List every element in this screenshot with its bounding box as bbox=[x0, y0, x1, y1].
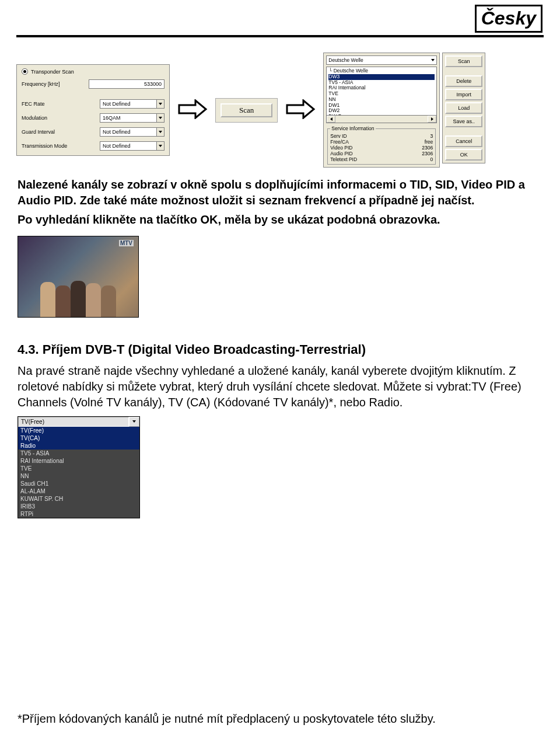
guard-combo[interactable]: Not Defined bbox=[100, 127, 164, 137]
tree-item[interactable]: TVE bbox=[328, 91, 435, 97]
scroll-left-icon[interactable] bbox=[327, 116, 335, 123]
list-item[interactable]: RAI International bbox=[18, 457, 139, 465]
channel-list: TV(Free) TV(Free) TV(CA) Radio TV5 - ASI… bbox=[18, 416, 140, 518]
provider-combo[interactable]: Deutsche Welle bbox=[326, 55, 437, 65]
people-silhouette bbox=[18, 274, 138, 317]
scan-button[interactable]: Scan bbox=[220, 103, 272, 117]
trans-value: Not Defined bbox=[100, 141, 157, 151]
svc-label: Free/CA bbox=[330, 139, 349, 145]
svc-value: free bbox=[425, 139, 433, 145]
channel-type-value: TV(Free) bbox=[18, 417, 129, 427]
load-button[interactable]: Load bbox=[445, 102, 482, 114]
list-item[interactable]: TV(CA) bbox=[18, 434, 139, 442]
chevron-down-icon bbox=[157, 127, 164, 137]
button-column: Scan Delete Import Load Save as.. Cancel… bbox=[442, 53, 485, 163]
divider bbox=[16, 35, 544, 37]
svc-value: 0 bbox=[430, 156, 433, 162]
mod-value: 16QAM bbox=[100, 113, 157, 123]
body-text-2: 4.3. Příjem DVB-T (Digital Video Broadca… bbox=[0, 320, 560, 410]
service-info-box: Service Information Serv ID3 Free/CAfree… bbox=[327, 126, 436, 165]
mtv-logo: MTV bbox=[119, 240, 134, 246]
list-item[interactable]: IRIB3 bbox=[18, 503, 139, 510]
channel-tree[interactable]: └ Deutsche Welle DW3 TV5 - ASIA RAI Inte… bbox=[326, 67, 437, 116]
transponder-panel: Transponder Scan Frequency [kHz] 533000 … bbox=[16, 64, 170, 156]
para3: Na pravé straně najde všechny vyhledané … bbox=[18, 363, 542, 410]
scroll-track[interactable] bbox=[335, 116, 428, 123]
chevron-down-icon bbox=[431, 59, 435, 61]
list-item[interactable]: TVE bbox=[18, 465, 139, 472]
svc-label: Video PID bbox=[330, 145, 352, 151]
section-heading: 4.3. Příjem DVB-T (Digital Video Broadca… bbox=[18, 341, 542, 358]
mod-combo[interactable]: 16QAM bbox=[100, 113, 164, 123]
trans-label: Transmission Mode bbox=[22, 143, 67, 149]
svc-value: 2306 bbox=[422, 145, 433, 151]
transponder-radio[interactable]: Transponder Scan bbox=[22, 68, 164, 75]
ok-label: OK, bbox=[200, 213, 221, 226]
transponder-radio-label: Transponder Scan bbox=[31, 69, 74, 75]
service-info-title: Service Information bbox=[330, 126, 375, 131]
svc-label: Teletext PID bbox=[330, 156, 357, 162]
import-button[interactable]: Import bbox=[445, 89, 482, 100]
list-item[interactable]: TV5 - ASIA bbox=[18, 450, 139, 457]
list-item[interactable]: RTPi bbox=[18, 510, 139, 518]
cancel-button[interactable]: Cancel bbox=[445, 135, 482, 147]
svc-value: 2306 bbox=[422, 151, 433, 156]
para2a: Po vyhledání klikněte na tlačítko bbox=[18, 213, 200, 226]
footnote: *Příjem kódovaných kanálů je nutné mít p… bbox=[18, 712, 542, 726]
para2c: měla by se ukázat podobná obrazovka. bbox=[225, 213, 440, 226]
scroll-right-icon[interactable] bbox=[428, 116, 436, 123]
svc-label: Serv ID bbox=[330, 133, 346, 139]
svc-value: 3 bbox=[430, 133, 433, 139]
guard-label: Guard Interval bbox=[22, 129, 55, 135]
list-item[interactable]: KUWAIT SP. CH bbox=[18, 495, 139, 503]
svc-label: Audio PID bbox=[330, 151, 352, 156]
fec-combo[interactable]: Not Defined bbox=[100, 99, 164, 109]
h-scrollbar[interactable] bbox=[326, 116, 437, 123]
chevron-down-icon bbox=[129, 417, 139, 427]
language-badge: Česky bbox=[475, 5, 542, 33]
list-item[interactable]: Saudi CH1 bbox=[18, 480, 139, 487]
para1: Nalezené kanály se zobrazí v okně spolu … bbox=[18, 178, 525, 207]
channel-tree-panel: Deutsche Welle └ Deutsche Welle DW3 TV5 … bbox=[323, 53, 440, 168]
scan-button-wrap: Scan bbox=[215, 98, 278, 123]
provider-combo-value: Deutsche Welle bbox=[328, 57, 363, 63]
tree-item[interactable]: DW1 bbox=[328, 103, 435, 109]
mod-label: Modulation bbox=[22, 115, 47, 121]
fec-label: FEC Rate bbox=[22, 101, 45, 107]
trans-combo[interactable]: Not Defined bbox=[100, 141, 164, 151]
channel-type-combo[interactable]: TV(Free) bbox=[18, 417, 139, 427]
tree-item[interactable]: └ Deutsche Welle bbox=[328, 68, 435, 74]
list-item[interactable]: AL-ALAM bbox=[18, 487, 139, 495]
freq-input[interactable]: 533000 bbox=[89, 79, 164, 89]
chevron-down-icon bbox=[157, 99, 164, 109]
saveas-button[interactable]: Save as.. bbox=[445, 116, 482, 127]
list-item[interactable]: Radio bbox=[18, 442, 139, 450]
guard-value: Not Defined bbox=[100, 127, 157, 137]
fec-value: Not Defined bbox=[100, 99, 157, 109]
tree-item[interactable]: NN bbox=[328, 97, 435, 103]
delete-button[interactable]: Delete bbox=[445, 75, 482, 87]
chevron-down-icon bbox=[157, 113, 164, 123]
tree-item[interactable]: DW2 bbox=[328, 108, 435, 114]
body-text: Nalezené kanály se zobrazí v okně spolu … bbox=[0, 168, 560, 228]
list-item[interactable]: TV(Free) bbox=[18, 427, 139, 434]
freq-label: Frequency [kHz] bbox=[22, 81, 60, 87]
ok-button[interactable]: OK bbox=[445, 149, 482, 161]
arrow-right-icon bbox=[177, 99, 208, 121]
video-thumbnail: MTV bbox=[18, 236, 139, 318]
arrow-right-icon bbox=[285, 99, 316, 121]
tree-item[interactable]: RAI International bbox=[328, 85, 435, 91]
radio-icon bbox=[22, 68, 28, 75]
chevron-down-icon bbox=[157, 141, 164, 151]
scan-button[interactable]: Scan bbox=[445, 55, 482, 67]
list-item[interactable]: NN bbox=[18, 472, 139, 480]
results-group: Deutsche Welle └ Deutsche Welle DW3 TV5 … bbox=[323, 53, 485, 168]
